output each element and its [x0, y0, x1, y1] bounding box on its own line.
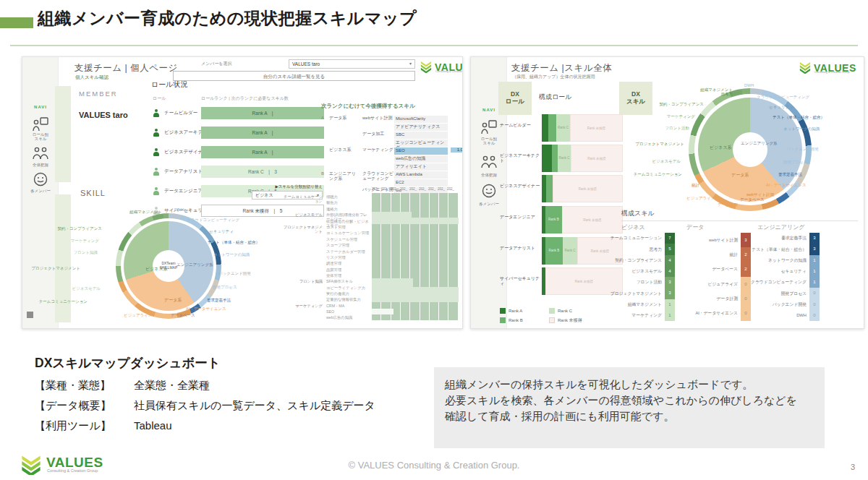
- person-icon: [153, 109, 159, 117]
- column-header-business: ビジネス: [621, 224, 645, 231]
- group: B: [321, 171, 324, 176]
- donut-label: ネットワークの知識: [783, 127, 820, 131]
- donut-label: ネットワークの知識: [213, 252, 250, 257]
- donut-label: データ計測: [718, 202, 738, 207]
- skill-count: 0: [809, 299, 820, 310]
- nav-members-label[interactable]: 各メンバー: [22, 189, 59, 193]
- skill-count-row: バックエンド開発0: [750, 299, 820, 310]
- member-strip: [55, 86, 71, 182]
- skill: SBC: [394, 132, 448, 139]
- skill: 品質管理: [326, 267, 371, 272]
- skill-count-row: AI・データサイエンス0: [689, 307, 751, 321]
- rank-stacked-bar[interactable]: Rank 未獲得: [542, 175, 623, 202]
- meta-label: 【利用ツール】: [35, 419, 111, 432]
- skill-table-row: コミュニケーション管理: [281, 231, 462, 236]
- rank-b-segment: Rank B: [545, 237, 563, 265]
- skill-count-row: セキュリティ1: [750, 266, 820, 277]
- rank-stacked-bar[interactable]: Rank C Rank 未獲得: [542, 114, 623, 142]
- meta-value: Tableau: [134, 419, 172, 432]
- rank-stacked-bar[interactable]: Rank C Rank 未獲得: [542, 145, 623, 172]
- skill-name: AI・データサイエンス: [689, 307, 741, 321]
- skill-count: 0: [809, 288, 820, 299]
- member-select[interactable]: VALUES taro ▾: [289, 59, 415, 69]
- rank-c-segment: Rank C: [558, 145, 571, 172]
- role-status-heading: ロール状況: [151, 80, 187, 89]
- skill-table-row: web広告の知識: [281, 315, 462, 321]
- donut-label: 開発プロセス: [783, 160, 808, 164]
- values-logo-tagline: Consulting & Creation Group: [435, 70, 463, 73]
- skill-name: DWH: [750, 310, 809, 321]
- donut-inner-label: ビジネス系: [710, 145, 732, 150]
- rank-bar[interactable]: Rank C | 3: [201, 166, 324, 178]
- person-icon: [153, 129, 159, 137]
- skill: コスト管理: [326, 225, 371, 229]
- skill-count: 0: [809, 310, 820, 321]
- title-accent-bar: [0, 17, 33, 28]
- skill: SFA操作スキル: [326, 279, 371, 283]
- rank-bar[interactable]: Rank A |: [201, 146, 324, 158]
- meta-label: 【データ概要】: [35, 399, 111, 411]
- donut-label: セキュリティ: [769, 105, 793, 109]
- rank-stacked-bar[interactable]: Rank B Rank 未獲得: [542, 206, 623, 233]
- year-label: 202_: [438, 187, 445, 191]
- nav-role-skill-label[interactable]: ロール別 スキル: [22, 132, 59, 142]
- skill: web広告の知識: [394, 155, 448, 163]
- skill: アフィリエイト: [394, 163, 448, 171]
- meta-value: 社員保有スキルの一覧データ、スキル定義データ: [134, 399, 375, 411]
- group: A: [321, 116, 324, 121]
- skill: 傾聴力: [326, 194, 371, 199]
- skill-count: 2: [741, 247, 751, 262]
- donut-label: テスト（単体・結合・総合）: [773, 115, 825, 119]
- skill-count: 1: [809, 277, 820, 288]
- donut-label: データベース: [171, 313, 195, 317]
- skill-name: ビジネスモデル: [608, 266, 665, 277]
- rank-bar[interactable]: Rank A |: [201, 107, 324, 119]
- donut-label: クラウドコンピューティング: [187, 218, 239, 222]
- member-smiley-icon[interactable]: [480, 183, 498, 199]
- rank-none-segment: Rank 未獲得: [562, 206, 623, 233]
- skill-name: ビジュアライズ: [689, 277, 741, 291]
- skill-count-row: チームコミュニケーション7: [608, 233, 675, 244]
- legend-swatch-rank-a: [500, 308, 506, 314]
- role-skill-icon[interactable]: [480, 119, 498, 135]
- role-name: データエンジニア: [164, 188, 203, 193]
- business-skill-column: チームコミュニケーション7 思考力5 契約・コンプライアンス4 ビジネスモデル4…: [608, 233, 675, 321]
- skill-detail-button[interactable]: 自分のスキル詳細一覧を見る: [173, 71, 415, 81]
- engineering-skill-column: 要求定義手法3 テスト（単体・結合・総合）3 ネットワークの知識1 セキュリティ…: [750, 233, 820, 321]
- meta-value: 全業態・全業種: [134, 379, 210, 391]
- legend-swatch-rank-c: [549, 308, 555, 314]
- skill-toggle-label[interactable]: ▶スキルを分類別切り替え: [242, 184, 323, 189]
- next-rank-row-highlighted[interactable]: ビジネス系マーケティングSEO1.0: [321, 147, 463, 155]
- group-icon[interactable]: [480, 154, 498, 170]
- skill-count: 3: [741, 233, 751, 247]
- skill-count: 1: [665, 299, 675, 310]
- category: フロント知識: [281, 279, 323, 283]
- year-label: 202_: [391, 187, 398, 191]
- values-logo-icon: [419, 61, 433, 73]
- tableau-control-icon[interactable]: [27, 312, 33, 318]
- skill-name: セキュリティ: [750, 266, 809, 277]
- role-skill-icon[interactable]: [32, 116, 49, 132]
- skill-count: 1: [809, 255, 820, 266]
- data-skill-column: webサイト計測3 統計2 データベース2 ビジュアライズ0 データ計測0 AI…: [689, 233, 751, 321]
- skill-count: 1: [809, 266, 820, 277]
- skill-count: 3: [665, 277, 675, 288]
- role-row: ビジネスデザイナー Rank A |: [151, 144, 326, 163]
- donut-label: ビジュアライズ: [686, 196, 715, 200]
- nav-overview-label[interactable]: 全体把握: [22, 163, 59, 167]
- member-smiley-icon[interactable]: [32, 171, 49, 187]
- role-name: データアナリスト: [500, 246, 540, 251]
- donut-label: マーケティング: [644, 114, 695, 119]
- rank-bar[interactable]: Rank A |: [201, 127, 324, 139]
- right-dash-title: 支援チーム |スキル全体: [511, 63, 612, 73]
- group-icon[interactable]: [32, 145, 49, 161]
- member-name: VALUES taro: [79, 111, 128, 120]
- donut-label: ビジネスモデル: [630, 159, 681, 163]
- donut-label: チームコミュニケーション: [619, 172, 682, 176]
- callout-line: 必要スキルを検索、各メンバーの得意領域やこれからの伸びしろなどを: [445, 393, 797, 408]
- legend-label: Rank 未獲得: [558, 318, 582, 323]
- legend-swatch-rank-b: [500, 317, 506, 323]
- column-header-data: データ: [686, 224, 704, 231]
- skill: スケジュール管理: [326, 237, 371, 241]
- legend-swatch-rank-none: [549, 317, 555, 323]
